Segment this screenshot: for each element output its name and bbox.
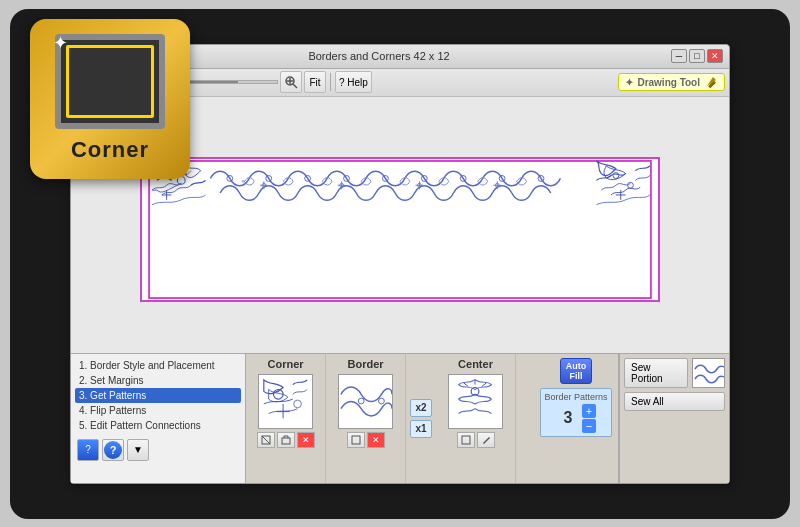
svg-point-47 <box>379 398 385 404</box>
border-delete-btn[interactable]: ✕ <box>367 432 385 448</box>
autofill-panel: Auto Fill Border Patterns 3 + − <box>534 354 619 483</box>
toolbar-separator-2 <box>330 73 331 91</box>
center-thumb <box>448 374 503 429</box>
svg-line-51 <box>463 382 468 386</box>
border-patterns-num: 3 <box>556 409 580 427</box>
border-select-btn[interactable] <box>347 432 365 448</box>
corner-select-btn[interactable] <box>257 432 275 448</box>
sew-portion-button[interactable]: Sew Portion <box>624 358 688 388</box>
sew-portion-label: Sew Portion <box>631 362 681 384</box>
border-thumb <box>338 374 393 429</box>
autofill-label: Auto <box>566 361 587 371</box>
sew-all-label: Sew All <box>631 396 664 407</box>
help-icon[interactable]: ? <box>104 441 122 459</box>
sew-panel: Sew Portion Sew All <box>619 354 729 483</box>
step-item-4[interactable]: 4. Flip Patterns <box>75 403 241 418</box>
border-patterns-decrement[interactable]: − <box>582 419 596 433</box>
nav-down-button[interactable]: ▼ <box>127 439 149 461</box>
title-bar-controls: ─ □ ✕ <box>671 49 723 63</box>
sew-portion-row: Sew Portion <box>624 358 725 388</box>
quilt-container <box>140 157 660 302</box>
border-label: Border <box>347 358 383 370</box>
border-section: Border ✕ <box>326 354 406 483</box>
svg-line-5 <box>293 84 297 88</box>
help-button[interactable]: ? Help <box>335 71 372 93</box>
pattern-sections: Corner <box>246 354 534 483</box>
app-icon-badge: ✦ Corner <box>30 19 190 179</box>
border-patterns-value: 3 + − <box>556 404 596 433</box>
bp-controls: + − <box>582 404 596 433</box>
steps-nav: ? ? ▼ <box>75 437 241 463</box>
corner-thumb <box>258 374 313 429</box>
drawing-tool-badge: ✦ Drawing Tool <box>618 73 725 91</box>
multiplier-x2: x2 <box>410 399 432 417</box>
quilt-canvas <box>140 157 660 302</box>
bottom-panel: 1. Border Style and Placement 2. Set Mar… <box>71 353 729 483</box>
steps-panel: 1. Border Style and Placement 2. Set Mar… <box>71 354 246 483</box>
star-icon: ✦ <box>53 32 68 54</box>
maximize-button[interactable]: □ <box>689 49 705 63</box>
svg-point-38 <box>628 182 634 188</box>
back-button[interactable]: ? <box>77 439 99 461</box>
corner-delete-btn[interactable]: ✕ <box>297 432 315 448</box>
svg-rect-48 <box>352 436 360 444</box>
quilt-pattern-svg <box>142 159 658 300</box>
outer-frame: ✦ Corner ✦ Borders and Corners 42 x 12 ─… <box>10 9 790 519</box>
svg-rect-45 <box>282 438 290 444</box>
autofill-fill-label: Fill <box>570 371 583 381</box>
step-item-2[interactable]: 2. Set Margins <box>75 373 241 388</box>
corner-actions: ✕ <box>257 432 315 448</box>
svg-rect-53 <box>462 436 470 444</box>
center-edit-btn[interactable] <box>477 432 495 448</box>
corner-pattern-svg <box>259 375 312 428</box>
corner-edit-btn[interactable] <box>277 432 295 448</box>
step-item-1[interactable]: 1. Border Style and Placement <box>75 358 241 373</box>
center-select-btn[interactable] <box>457 432 475 448</box>
svg-point-46 <box>358 398 364 404</box>
sew-portion-preview <box>693 359 725 388</box>
sun-icon: ✦ <box>625 77 633 88</box>
center-actions <box>457 432 495 448</box>
corner-section: Corner <box>246 354 326 483</box>
zoom-in-button[interactable] <box>280 71 302 93</box>
multiplier-x1: x1 <box>410 420 432 438</box>
border-patterns-increment[interactable]: + <box>582 404 596 418</box>
zoom-slider[interactable] <box>178 80 278 84</box>
center-section: Center <box>436 354 516 483</box>
border-patterns-label: Border Patterns <box>544 392 607 402</box>
sew-all-button[interactable]: Sew All <box>624 392 725 411</box>
corner-label: Corner <box>267 358 303 370</box>
step-item-3[interactable]: 3. Get Patterns <box>75 388 241 403</box>
autofill-button[interactable]: Auto Fill <box>560 358 593 384</box>
app-icon-label: Corner <box>71 137 149 163</box>
icon-badge-inner: ✦ <box>55 34 165 129</box>
svg-point-42 <box>294 400 302 408</box>
multiplier-col: x2 x1 <box>406 354 436 483</box>
chevron-down-icon: ▼ <box>133 444 143 455</box>
help-circle-button[interactable]: ? <box>102 439 124 461</box>
pencil-icon <box>704 75 718 89</box>
border-actions: ✕ <box>347 432 385 448</box>
svg-line-52 <box>482 382 487 386</box>
svg-line-44 <box>262 436 270 444</box>
sew-portion-thumb <box>692 358 725 388</box>
border-patterns-box: Border Patterns 3 + − <box>540 388 611 437</box>
drawing-tool-label: Drawing Tool <box>637 77 700 88</box>
step-item-5[interactable]: 5. Edit Pattern Connections <box>75 418 241 433</box>
minimize-button[interactable]: ─ <box>671 49 687 63</box>
center-pattern-svg <box>449 375 502 428</box>
close-button[interactable]: ✕ <box>707 49 723 63</box>
border-pattern-svg <box>339 375 392 428</box>
fit-button[interactable]: Fit <box>304 71 326 93</box>
center-label: Center <box>458 358 493 370</box>
